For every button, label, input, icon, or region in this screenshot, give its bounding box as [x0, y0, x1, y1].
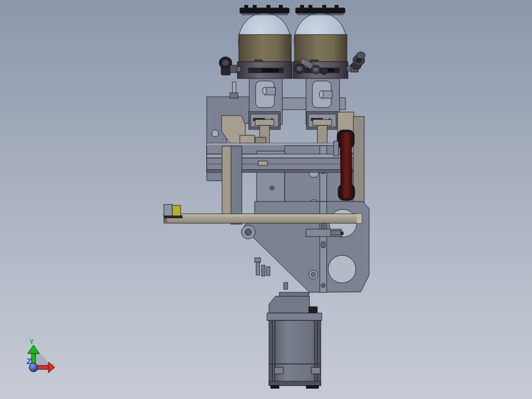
- left-column[interactable]: [231, 146, 242, 224]
- y-axis-label: Y: [30, 338, 34, 346]
- origin-sphere[interactable]: [29, 363, 38, 372]
- rear-column[interactable]: [353, 117, 364, 215]
- standoff: [334, 141, 339, 156]
- bowl-clamp-drum: [295, 35, 347, 62]
- push-rod[interactable]: [306, 229, 343, 237]
- left-strut[interactable]: [222, 146, 232, 215]
- timing-belt: [340, 132, 352, 199]
- yellow-sensor-block: [172, 205, 181, 216]
- cad-viewport[interactable]: Y X: [0, 0, 532, 399]
- bowl-clamp-drum: [239, 35, 291, 62]
- pivot-boss: [241, 225, 255, 239]
- stepper-motor[interactable]: [269, 320, 321, 389]
- x-axis-label: X: [50, 363, 54, 371]
- end-block: [164, 204, 172, 216]
- viewport-canvas[interactable]: Y X: [0, 0, 532, 399]
- hex-bolt: [309, 270, 318, 279]
